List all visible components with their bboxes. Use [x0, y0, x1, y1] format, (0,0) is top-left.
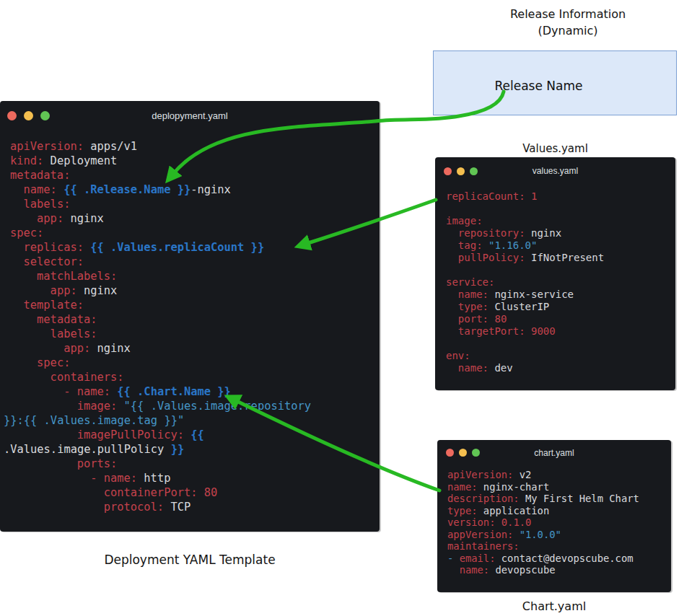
- minimize-button-icon: [24, 111, 33, 120]
- release-info-heading-line1: Release Information: [445, 6, 679, 22]
- deployment-window-title: deplopyment.yaml: [0, 101, 380, 121]
- release-info-heading-line2: (Dynamic): [445, 22, 679, 39]
- deployment-titlebar: deplopyment.yaml: [0, 101, 380, 131]
- maximize-button-icon: [470, 167, 478, 175]
- chart-titlebar: chart.yaml: [437, 440, 671, 463]
- window-controls: [446, 449, 480, 457]
- close-button-icon: [444, 167, 452, 175]
- chart-yaml-caption: Chart.yaml: [437, 599, 671, 613]
- values-yaml-window: values.yaml replicaCount: 1 image: repos…: [435, 157, 675, 390]
- values-yaml-code: replicaCount: 1 image: repository: nginx…: [435, 183, 675, 374]
- window-controls: [444, 167, 478, 175]
- deployment-yaml-window: deplopyment.yaml apiVersion: apps/v1kind…: [0, 101, 380, 532]
- maximize-button-icon: [40, 111, 50, 120]
- deployment-template-caption: Deployment YAML Template: [0, 553, 380, 567]
- deployment-yaml-code: apiVersion: apps/v1kind: Deploymentmetad…: [0, 131, 380, 514]
- chart-yaml-code: apiVersion: v2name: nginx-chartdescripti…: [437, 463, 671, 576]
- values-titlebar: values.yaml: [435, 157, 675, 183]
- chart-yaml-window: chart.yaml apiVersion: v2name: nginx-cha…: [437, 440, 671, 592]
- minimize-button-icon: [457, 167, 465, 175]
- close-button-icon: [446, 449, 454, 457]
- release-name-box: Release Name: [433, 50, 677, 115]
- release-info-heading: Release Information (Dynamic): [445, 6, 679, 39]
- release-name-label: Release Name: [495, 79, 583, 93]
- minimize-button-icon: [459, 449, 467, 457]
- window-controls: [7, 111, 50, 120]
- values-yaml-caption: Values.yaml: [435, 142, 675, 155]
- close-button-icon: [7, 111, 17, 120]
- maximize-button-icon: [472, 449, 480, 457]
